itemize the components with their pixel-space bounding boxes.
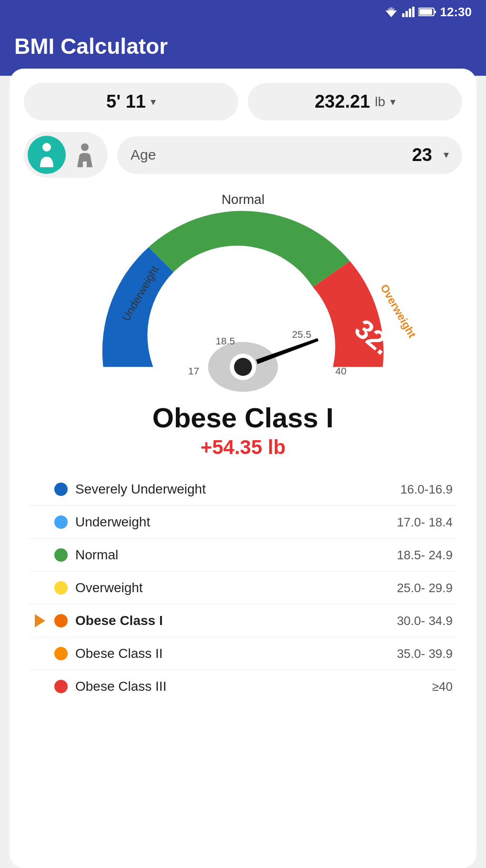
marker-17: 17 — [188, 365, 199, 376]
female-button[interactable] — [66, 136, 104, 174]
svg-rect-4 — [405, 11, 408, 17]
svg-rect-9 — [419, 9, 432, 15]
active-arrow-indicator — [33, 614, 47, 627]
status-icons: 12:30 — [384, 5, 472, 20]
male-icon — [36, 142, 57, 167]
category-item-underweight: Underweight17.0- 18.4 — [29, 506, 457, 539]
svg-rect-6 — [412, 7, 415, 17]
height-picker[interactable]: 5' 11 ▾ — [24, 83, 238, 121]
category-range-overweight: 25.0- 29.9 — [397, 581, 453, 595]
gender-toggle[interactable] — [24, 132, 108, 178]
status-time: 12:30 — [440, 5, 472, 20]
category-dot-obese2 — [54, 647, 68, 660]
svg-point-15 — [234, 358, 252, 376]
normal-arc — [149, 211, 350, 287]
gender-age-row: Age 23 ▾ — [24, 132, 462, 178]
age-label: Age — [131, 147, 156, 163]
bmi-gauge: Normal — [24, 187, 462, 397]
height-chevron: ▾ — [151, 96, 156, 108]
height-weight-row: 5' 11 ▾ 232.21 lb ▾ — [24, 83, 462, 121]
category-item-normal: Normal18.5- 24.9 — [29, 539, 457, 572]
main-card: 5' 11 ▾ 232.21 lb ▾ — [10, 69, 476, 868]
svg-point-11 — [81, 143, 89, 151]
category-dot-underweight — [54, 515, 68, 529]
category-range-underweight: 17.0- 18.4 — [397, 515, 453, 530]
category-range-obese2: 35.0- 39.9 — [397, 646, 453, 661]
marker-18-5: 18.5 — [215, 335, 235, 346]
svg-rect-5 — [409, 9, 411, 17]
app-title: BMI Calculator — [14, 33, 472, 59]
gauge-svg: Underweight Overweight 32.5 17 18.5 25.5… — [24, 187, 462, 397]
signal-icon — [402, 7, 415, 17]
category-item-obese2: Obese Class II35.0- 39.9 — [29, 637, 457, 670]
category-dot-overweight — [54, 581, 68, 595]
category-range-sev-underweight: 16.0-16.9 — [400, 482, 453, 497]
weight-chevron: ▾ — [390, 96, 395, 108]
category-range-normal: 18.5- 24.9 — [397, 548, 453, 563]
weight-picker[interactable]: 232.21 lb ▾ — [248, 83, 462, 121]
wifi-icon — [384, 7, 398, 17]
category-dot-normal — [54, 548, 68, 562]
categories-list: Severely Underweight16.0-16.9Underweight… — [24, 473, 462, 703]
svg-rect-3 — [402, 13, 405, 17]
category-item-obese3: Obese Class III≥40 — [29, 670, 457, 703]
weight-value: 232.21 — [314, 91, 370, 112]
category-name-obese1: Obese Class I — [75, 613, 389, 628]
marker-25-5: 25.5 — [292, 329, 312, 340]
category-dot-obese3 — [54, 680, 68, 693]
result-diff-label: +54.35 lb — [24, 436, 462, 459]
category-dot-obese1 — [54, 614, 68, 627]
category-name-underweight: Underweight — [75, 515, 389, 530]
battery-icon — [418, 7, 436, 17]
normal-label: Normal — [222, 192, 264, 207]
age-picker[interactable]: Age 23 ▾ — [117, 136, 462, 174]
svg-rect-8 — [434, 10, 436, 13]
marker-40: 40 — [335, 365, 346, 376]
height-value: 5' 11 — [106, 91, 146, 112]
category-range-obese1: 30.0- 34.9 — [397, 614, 453, 628]
category-range-obese3: ≥40 — [432, 679, 453, 694]
svg-point-10 — [42, 143, 51, 151]
weight-unit: lb — [375, 94, 385, 110]
category-name-overweight: Overweight — [75, 580, 389, 595]
result-section: Obese Class I +54.35 lb — [24, 402, 462, 459]
age-value: 23 — [412, 145, 432, 165]
arrow-right-icon — [35, 614, 45, 627]
app-header: BMI Calculator — [0, 24, 486, 76]
category-name-obese2: Obese Class II — [75, 646, 389, 661]
result-class-label: Obese Class I — [24, 402, 462, 434]
category-name-obese3: Obese Class III — [75, 679, 425, 694]
female-icon — [75, 142, 94, 167]
status-bar: 12:30 — [0, 0, 486, 24]
category-dot-sev-underweight — [54, 483, 68, 496]
category-name-normal: Normal — [75, 547, 389, 563]
male-button[interactable] — [28, 136, 66, 174]
category-name-sev-underweight: Severely Underweight — [75, 482, 393, 497]
category-item-obese1: Obese Class I30.0- 34.9 — [29, 605, 457, 637]
category-item-sev-underweight: Severely Underweight16.0-16.9 — [29, 473, 457, 506]
age-chevron: ▾ — [444, 149, 449, 161]
category-item-overweight: Overweight25.0- 29.9 — [29, 572, 457, 605]
